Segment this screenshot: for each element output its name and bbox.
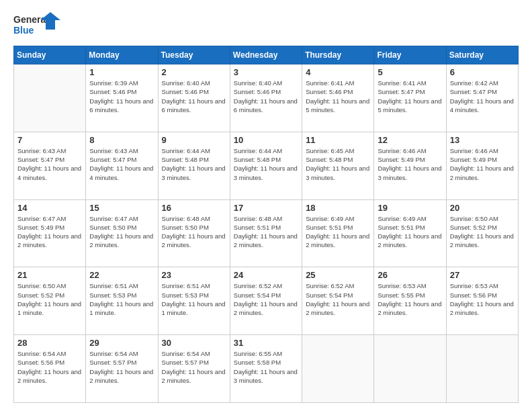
- day-number: 13: [450, 135, 515, 145]
- day-number: 1: [89, 67, 154, 77]
- day-info: Sunrise: 6:54 AMSunset: 5:57 PMDaylight:…: [89, 349, 154, 385]
- day-info: Sunrise: 6:44 AMSunset: 5:48 PMDaylight:…: [234, 146, 298, 182]
- day-number: 14: [17, 203, 82, 213]
- day-number: 4: [306, 67, 370, 77]
- calendar-cell: 30Sunrise: 6:54 AMSunset: 5:57 PMDayligh…: [158, 335, 230, 403]
- calendar-cell: 24Sunrise: 6:52 AMSunset: 5:54 PMDayligh…: [230, 267, 302, 335]
- day-info: Sunrise: 6:42 AMSunset: 5:47 PMDaylight:…: [450, 79, 515, 114]
- day-info: Sunrise: 6:50 AMSunset: 5:52 PMDaylight:…: [17, 281, 82, 317]
- header: GeneralBlue: [13, 12, 519, 39]
- day-number: 19: [378, 203, 442, 213]
- day-info: Sunrise: 6:43 AMSunset: 5:47 PMDaylight:…: [89, 146, 154, 182]
- day-number: 12: [378, 135, 442, 145]
- page: GeneralBlue SundayMondayTuesdayWednesday…: [0, 0, 532, 411]
- calendar-cell: 23Sunrise: 6:51 AMSunset: 5:53 PMDayligh…: [158, 267, 230, 335]
- day-info: Sunrise: 6:41 AMSunset: 5:47 PMDaylight:…: [378, 79, 442, 114]
- calendar-cell: 26Sunrise: 6:53 AMSunset: 5:55 PMDayligh…: [374, 267, 446, 335]
- calendar-cell: 6Sunrise: 6:42 AMSunset: 5:47 PMDaylight…: [446, 64, 518, 132]
- day-info: Sunrise: 6:51 AMSunset: 5:53 PMDaylight:…: [162, 281, 226, 317]
- day-info: Sunrise: 6:50 AMSunset: 5:52 PMDaylight:…: [450, 214, 515, 250]
- day-number: 15: [89, 203, 154, 213]
- day-info: Sunrise: 6:40 AMSunset: 5:46 PMDaylight:…: [162, 79, 226, 114]
- day-info: Sunrise: 6:40 AMSunset: 5:46 PMDaylight:…: [234, 79, 298, 114]
- day-number: 9: [162, 135, 226, 145]
- day-number: 8: [89, 135, 154, 145]
- calendar-cell: 31Sunrise: 6:55 AMSunset: 5:58 PMDayligh…: [230, 335, 302, 403]
- calendar-cell: 7Sunrise: 6:43 AMSunset: 5:47 PMDaylight…: [14, 132, 86, 199]
- logo-svg: GeneralBlue: [13, 12, 60, 39]
- calendar-cell: 21Sunrise: 6:50 AMSunset: 5:52 PMDayligh…: [14, 267, 86, 335]
- day-number: 11: [306, 135, 370, 145]
- day-number: 22: [89, 270, 154, 280]
- calendar-week-5: 28Sunrise: 6:54 AMSunset: 5:56 PMDayligh…: [14, 335, 519, 403]
- day-number: 29: [89, 338, 154, 348]
- day-number: 25: [306, 270, 370, 280]
- day-number: 5: [378, 67, 442, 77]
- day-info: Sunrise: 6:46 AMSunset: 5:49 PMDaylight:…: [378, 146, 442, 182]
- calendar-cell: 15Sunrise: 6:47 AMSunset: 5:50 PMDayligh…: [86, 199, 158, 267]
- day-info: Sunrise: 6:45 AMSunset: 5:48 PMDaylight:…: [306, 146, 370, 182]
- weekday-header-monday: Monday: [86, 46, 158, 64]
- day-info: Sunrise: 6:53 AMSunset: 5:56 PMDaylight:…: [450, 281, 515, 317]
- calendar-cell: 20Sunrise: 6:50 AMSunset: 5:52 PMDayligh…: [446, 199, 518, 267]
- calendar-cell: 3Sunrise: 6:40 AMSunset: 5:46 PMDaylight…: [230, 64, 302, 132]
- calendar-cell: 28Sunrise: 6:54 AMSunset: 5:56 PMDayligh…: [14, 335, 86, 403]
- calendar-cell: 14Sunrise: 6:47 AMSunset: 5:49 PMDayligh…: [14, 199, 86, 267]
- day-info: Sunrise: 6:39 AMSunset: 5:46 PMDaylight:…: [89, 79, 154, 114]
- calendar-cell: 18Sunrise: 6:49 AMSunset: 5:51 PMDayligh…: [302, 199, 374, 267]
- calendar-cell: 4Sunrise: 6:41 AMSunset: 5:46 PMDaylight…: [302, 64, 374, 132]
- day-info: Sunrise: 6:47 AMSunset: 5:49 PMDaylight:…: [17, 214, 82, 250]
- day-info: Sunrise: 6:51 AMSunset: 5:53 PMDaylight:…: [89, 281, 154, 317]
- calendar-cell: [302, 335, 374, 403]
- calendar-cell: [446, 335, 518, 403]
- day-info: Sunrise: 6:48 AMSunset: 5:51 PMDaylight:…: [234, 214, 298, 250]
- day-info: Sunrise: 6:49 AMSunset: 5:51 PMDaylight:…: [378, 214, 442, 250]
- day-number: 27: [450, 270, 515, 280]
- day-info: Sunrise: 6:48 AMSunset: 5:50 PMDaylight:…: [162, 214, 226, 250]
- day-number: 16: [162, 203, 226, 213]
- weekday-header-saturday: Saturday: [446, 46, 518, 64]
- weekday-header-row: SundayMondayTuesdayWednesdayThursdayFrid…: [14, 46, 519, 64]
- day-number: 10: [234, 135, 298, 145]
- calendar-cell: 10Sunrise: 6:44 AMSunset: 5:48 PMDayligh…: [230, 132, 302, 199]
- calendar-table: SundayMondayTuesdayWednesdayThursdayFrid…: [13, 46, 519, 403]
- day-info: Sunrise: 6:53 AMSunset: 5:55 PMDaylight:…: [378, 281, 442, 317]
- day-info: Sunrise: 6:52 AMSunset: 5:54 PMDaylight:…: [306, 281, 370, 317]
- calendar-cell: 13Sunrise: 6:46 AMSunset: 5:49 PMDayligh…: [446, 132, 518, 199]
- calendar-week-3: 14Sunrise: 6:47 AMSunset: 5:49 PMDayligh…: [14, 199, 519, 267]
- day-number: 30: [162, 338, 226, 348]
- day-number: 3: [234, 67, 298, 77]
- weekday-header-sunday: Sunday: [14, 46, 86, 64]
- calendar-cell: 12Sunrise: 6:46 AMSunset: 5:49 PMDayligh…: [374, 132, 446, 199]
- calendar-cell: 11Sunrise: 6:45 AMSunset: 5:48 PMDayligh…: [302, 132, 374, 199]
- svg-text:Blue: Blue: [13, 25, 34, 36]
- day-info: Sunrise: 6:54 AMSunset: 5:57 PMDaylight:…: [162, 349, 226, 385]
- day-info: Sunrise: 6:52 AMSunset: 5:54 PMDaylight:…: [234, 281, 298, 317]
- day-number: 17: [234, 203, 298, 213]
- calendar-week-1: 1Sunrise: 6:39 AMSunset: 5:46 PMDaylight…: [14, 64, 519, 132]
- day-number: 26: [378, 270, 442, 280]
- calendar-cell: 9Sunrise: 6:44 AMSunset: 5:48 PMDaylight…: [158, 132, 230, 199]
- day-number: 18: [306, 203, 370, 213]
- day-info: Sunrise: 6:47 AMSunset: 5:50 PMDaylight:…: [89, 214, 154, 250]
- calendar-cell: 25Sunrise: 6:52 AMSunset: 5:54 PMDayligh…: [302, 267, 374, 335]
- weekday-header-thursday: Thursday: [302, 46, 374, 64]
- day-number: 31: [234, 338, 298, 348]
- calendar-cell: 22Sunrise: 6:51 AMSunset: 5:53 PMDayligh…: [86, 267, 158, 335]
- day-info: Sunrise: 6:46 AMSunset: 5:49 PMDaylight:…: [450, 146, 515, 182]
- day-number: 6: [450, 67, 515, 77]
- calendar-cell: 2Sunrise: 6:40 AMSunset: 5:46 PMDaylight…: [158, 64, 230, 132]
- calendar-cell: [374, 335, 446, 403]
- day-info: Sunrise: 6:41 AMSunset: 5:46 PMDaylight:…: [306, 79, 370, 114]
- calendar-week-2: 7Sunrise: 6:43 AMSunset: 5:47 PMDaylight…: [14, 132, 519, 199]
- weekday-header-friday: Friday: [374, 46, 446, 64]
- calendar-cell: 5Sunrise: 6:41 AMSunset: 5:47 PMDaylight…: [374, 64, 446, 132]
- day-number: 21: [17, 270, 82, 280]
- calendar-cell: 1Sunrise: 6:39 AMSunset: 5:46 PMDaylight…: [86, 64, 158, 132]
- calendar-cell: 17Sunrise: 6:48 AMSunset: 5:51 PMDayligh…: [230, 199, 302, 267]
- calendar-cell: 27Sunrise: 6:53 AMSunset: 5:56 PMDayligh…: [446, 267, 518, 335]
- calendar-week-4: 21Sunrise: 6:50 AMSunset: 5:52 PMDayligh…: [14, 267, 519, 335]
- day-info: Sunrise: 6:49 AMSunset: 5:51 PMDaylight:…: [306, 214, 370, 250]
- day-number: 20: [450, 203, 515, 213]
- calendar-cell: 16Sunrise: 6:48 AMSunset: 5:50 PMDayligh…: [158, 199, 230, 267]
